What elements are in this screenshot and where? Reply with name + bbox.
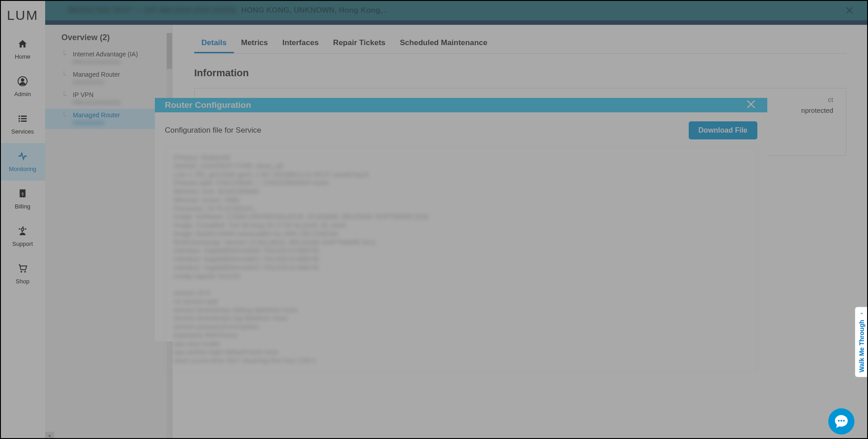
svg-point-17 <box>840 420 842 422</box>
svg-point-18 <box>843 420 845 422</box>
chevron-up-icon: ⌃ <box>859 312 864 318</box>
chat-icon <box>834 414 849 429</box>
svg-point-16 <box>838 420 840 422</box>
walk-me-label: Walk Me Through <box>858 320 865 372</box>
modal-overlay[interactable] <box>0 0 868 439</box>
chat-bubble-button[interactable] <box>828 408 854 434</box>
walk-me-through-tab[interactable]: ⌃ Walk Me Through <box>855 307 868 377</box>
